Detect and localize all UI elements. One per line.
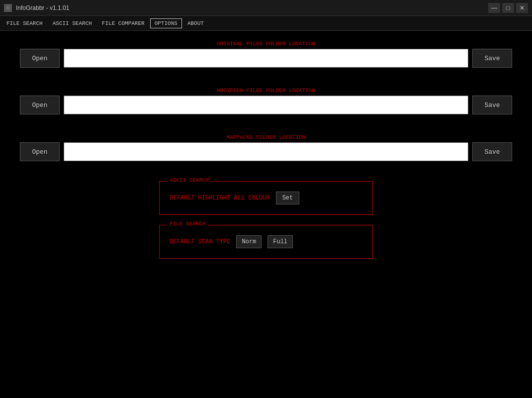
- app-icon: G: [4, 4, 12, 12]
- sections-wrapper: ASCII SEARCH DEFAULT HIGHLIGHT ALL COLOU…: [20, 181, 512, 269]
- scan-type-label: DEFAULT SCAN TYPE: [170, 238, 230, 245]
- menu-item-file-comparer[interactable]: FILE COMPARER: [97, 18, 149, 28]
- modified-folder-input[interactable]: [64, 96, 468, 114]
- maximize-button[interactable]: □: [502, 3, 514, 13]
- ascii-search-row: DEFAULT HIGHLIGHT ALL COLOUR Set: [170, 192, 362, 204]
- original-open-button[interactable]: Open: [20, 49, 60, 68]
- original-folder-row: ORIGINAL FILES FOLDER LOCATION Open Save: [20, 41, 512, 68]
- title-bar-left: G InfoGrabbr - v1.1.01: [4, 4, 69, 12]
- set-colour-button[interactable]: Set: [276, 192, 300, 204]
- mappacks-open-button[interactable]: Open: [20, 142, 60, 161]
- modified-save-button[interactable]: Save: [472, 96, 512, 114]
- minimize-button[interactable]: —: [488, 3, 500, 13]
- modified-folder-row: MODIFIED FILES FOLDER LOCATION Open Save: [20, 88, 512, 114]
- mappacks-folder-controls: Open Save: [20, 142, 512, 161]
- file-search-legend: FILE SEARCH: [168, 221, 208, 227]
- title-bar-controls: — □ ✕: [488, 3, 528, 13]
- menu-item-options[interactable]: OPTIONS: [150, 18, 182, 28]
- title-bar-text: InfoGrabbr - v1.1.01: [16, 4, 69, 11]
- full-button[interactable]: Full: [267, 235, 293, 248]
- original-folder-input[interactable]: [64, 49, 468, 68]
- mappacks-save-button[interactable]: Save: [472, 142, 512, 161]
- main-content: ORIGINAL FILES FOLDER LOCATION Open Save…: [0, 31, 532, 398]
- ascii-search-section: ASCII SEARCH DEFAULT HIGHLIGHT ALL COLOU…: [159, 181, 373, 215]
- menu-item-ascii-search[interactable]: ASCII SEARCH: [48, 18, 96, 28]
- modified-folder-controls: Open Save: [20, 96, 512, 114]
- ascii-search-legend: ASCII SEARCH: [168, 177, 211, 183]
- original-folder-label: ORIGINAL FILES FOLDER LOCATION: [20, 41, 512, 47]
- modified-open-button[interactable]: Open: [20, 96, 60, 114]
- original-save-button[interactable]: Save: [472, 49, 512, 68]
- original-folder-controls: Open Save: [20, 49, 512, 68]
- file-search-row: DEFAULT SCAN TYPE Norm Full: [170, 235, 362, 248]
- file-search-section: FILE SEARCH DEFAULT SCAN TYPE Norm Full: [159, 225, 373, 259]
- mappacks-folder-label: MAPPACKS FOLDER LOCATION: [20, 134, 512, 140]
- menu-item-about[interactable]: ABOUT: [183, 18, 208, 28]
- menu-item-file-search[interactable]: FILE SEARCH: [2, 18, 47, 28]
- menu-bar: FILE SEARCH ASCII SEARCH FILE COMPARER O…: [0, 16, 532, 31]
- title-bar: G InfoGrabbr - v1.1.01 — □ ✕: [0, 0, 532, 16]
- norm-button[interactable]: Norm: [236, 235, 262, 248]
- mappacks-folder-row: MAPPACKS FOLDER LOCATION Open Save: [20, 134, 512, 161]
- highlight-colour-label: DEFAULT HIGHLIGHT ALL COLOUR: [170, 195, 270, 201]
- mappacks-folder-input[interactable]: [64, 142, 468, 161]
- modified-folder-label: MODIFIED FILES FOLDER LOCATION: [20, 88, 512, 94]
- close-button[interactable]: ✕: [516, 3, 528, 13]
